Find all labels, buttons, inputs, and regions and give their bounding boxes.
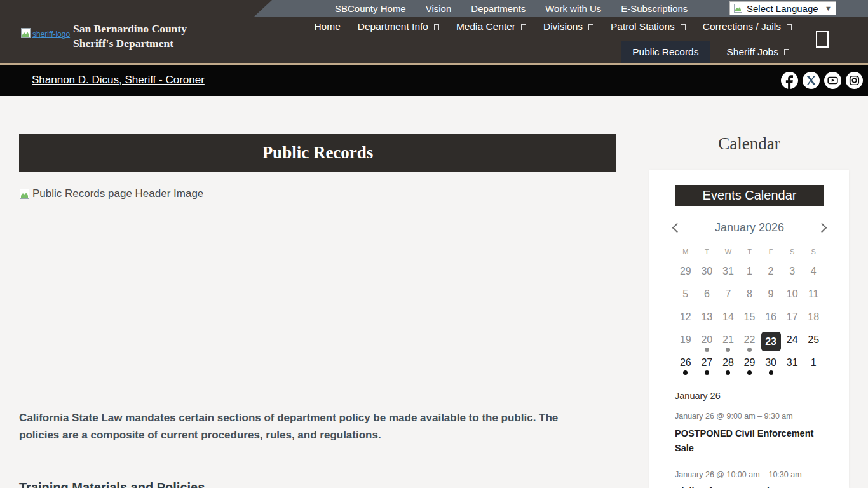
calendar-day[interactable]: 1 [739, 262, 761, 285]
weekday-label: T [739, 248, 761, 255]
calendar-day[interactable]: 24 [782, 330, 803, 353]
topbar-link-sbcounty-home[interactable]: SBCounty Home [335, 3, 406, 14]
divider [675, 461, 824, 461]
calendar-day[interactable]: 14 [717, 308, 739, 330]
next-month-icon[interactable] [817, 222, 827, 233]
nav-label: Sheriff Jobs [726, 46, 778, 58]
divider [728, 396, 824, 396]
body-paragraph: California State Law mandates certain se… [19, 409, 601, 444]
language-selector[interactable]: Select Language ▼ [729, 1, 836, 15]
calendar-day[interactable]: 29 [739, 353, 761, 376]
calendar-day[interactable]: 31 [782, 353, 803, 376]
calendar-day[interactable]: 27 [696, 353, 718, 376]
weekday-label: S [803, 248, 824, 255]
weekday-label: M [675, 248, 696, 255]
calendar-day[interactable]: 8 [739, 285, 761, 308]
search-icon[interactable] [816, 31, 829, 48]
calendar-day[interactable]: 26 [675, 353, 696, 376]
calendar-day[interactable]: 6 [696, 285, 718, 308]
calendar-day[interactable]: 23 [760, 330, 782, 353]
chevron-down-icon: ▼ [825, 4, 832, 12]
calendar-day[interactable]: 30 [760, 353, 782, 376]
calendar-day[interactable]: 4 [803, 262, 824, 285]
nav-label: Department Info [358, 21, 428, 32]
calendar-day[interactable]: 31 [717, 262, 739, 285]
event-title-link[interactable]: Civil Enforcement Sale [675, 484, 818, 488]
calendar-day[interactable]: 28 [717, 353, 739, 376]
section-heading-cutoff: Training Materials and Policies [19, 480, 205, 488]
calendar-day[interactable]: 10 [782, 285, 803, 308]
calendar-day[interactable]: 3 [782, 262, 803, 285]
weekday-label: W [717, 248, 739, 255]
prev-month-icon[interactable] [672, 222, 682, 233]
nav-item-corrections-jails[interactable]: Corrections / Jails [703, 21, 792, 32]
nav-label: Public Records [632, 46, 698, 58]
nav-item-public-records-active[interactable]: Public Records [621, 41, 710, 63]
calendar-day[interactable]: 7 [717, 285, 739, 308]
calendar-day[interactable]: 2 [760, 262, 782, 285]
event-dot [726, 370, 730, 375]
calendar-day[interactable]: 9 [760, 285, 782, 308]
topbar-link-work-with-us[interactable]: Work with Us [545, 3, 601, 14]
x-twitter-icon[interactable] [803, 72, 820, 89]
event-dot [683, 370, 688, 375]
calendar-day[interactable]: 20 [696, 330, 718, 353]
sheriff-banner: Shannon D. Dicus, Sheriff - Coroner [0, 65, 868, 96]
calendar-day[interactable]: 13 [696, 308, 718, 330]
events-calendar-widget: Events Calendar January 2026 MTWTFSS 293… [649, 170, 849, 488]
event-title-link[interactable]: POSTPONED Civil Enforcement Sale [675, 426, 818, 456]
calendar-day[interactable]: 5 [675, 285, 696, 308]
facebook-icon[interactable] [781, 72, 798, 89]
calendar-day[interactable]: 22 [739, 330, 761, 353]
month-label: January 2026 [715, 221, 784, 234]
page-title-text: Public Records [262, 143, 374, 163]
dropdown-indicator-icon [434, 24, 439, 30]
nav-label: Home [314, 21, 340, 32]
dropdown-indicator-icon [784, 49, 789, 55]
calendar-day[interactable]: 17 [782, 308, 803, 330]
event-day-label: January 26 [675, 391, 721, 401]
calendar-day[interactable]: 30 [696, 262, 718, 285]
calendar-day[interactable]: 25 [803, 330, 824, 353]
calendar-day[interactable]: 12 [675, 308, 696, 330]
sheriff-coroner-link[interactable]: Shannon D. Dicus, Sheriff - Coroner [32, 74, 205, 86]
nav-label: Media Center [456, 21, 515, 32]
nav-item-sheriff-jobs[interactable]: Sheriff Jobs [726, 46, 789, 58]
topbar-link-vision[interactable]: Vision [426, 3, 452, 14]
event-dot [747, 348, 752, 352]
calendar-day[interactable]: 1 [803, 353, 824, 376]
nav-item-media-center[interactable]: Media Center [456, 21, 526, 32]
main-nav-row2: Public Records Sheriff Jobs [621, 41, 789, 63]
calendar-day[interactable]: 19 [675, 330, 696, 353]
nav-item-department-info[interactable]: Department Info [358, 21, 439, 32]
calendar-day[interactable]: 11 [803, 285, 824, 308]
calendar-month-nav: January 2026 [674, 219, 825, 236]
sidebar-title: Calendar [649, 134, 849, 154]
weekday-label: T [696, 248, 718, 255]
instagram-icon[interactable] [846, 72, 863, 89]
language-selector-label: Select Language [747, 3, 818, 14]
calendar-day[interactable]: 21 [717, 330, 739, 353]
broken-image-icon [734, 4, 743, 13]
calendar-day[interactable]: 18 [803, 308, 824, 330]
calendar-day[interactable]: 15 [739, 308, 761, 330]
nav-item-divisions[interactable]: Divisions [543, 21, 593, 32]
nav-item-home[interactable]: Home [314, 21, 340, 32]
site-header: SBCounty Home Vision Departments Work wi… [0, 0, 868, 63]
calendar-day[interactable]: 16 [760, 308, 782, 330]
topbar-link-departments[interactable]: Departments [471, 3, 526, 14]
topbar-link-e-subscriptions[interactable]: E-Subscriptions [621, 3, 688, 14]
dropdown-indicator-icon [787, 24, 792, 30]
site-logo[interactable]: sheriff-logo [21, 28, 70, 39]
event-dot [769, 370, 773, 375]
dropdown-indicator-icon [681, 24, 686, 30]
event-dot [705, 370, 709, 375]
nav-item-patrol-stations[interactable]: Patrol Stations [611, 21, 686, 32]
calendar-day[interactable]: 29 [675, 262, 696, 285]
event-day-group: January 26 [675, 391, 824, 401]
weekday-label: S [782, 248, 803, 255]
event-dot [726, 348, 730, 352]
youtube-icon[interactable] [824, 72, 841, 89]
site-title: San Bernardino County Sheriff's Departme… [73, 22, 187, 51]
dropdown-indicator-icon [588, 24, 593, 30]
